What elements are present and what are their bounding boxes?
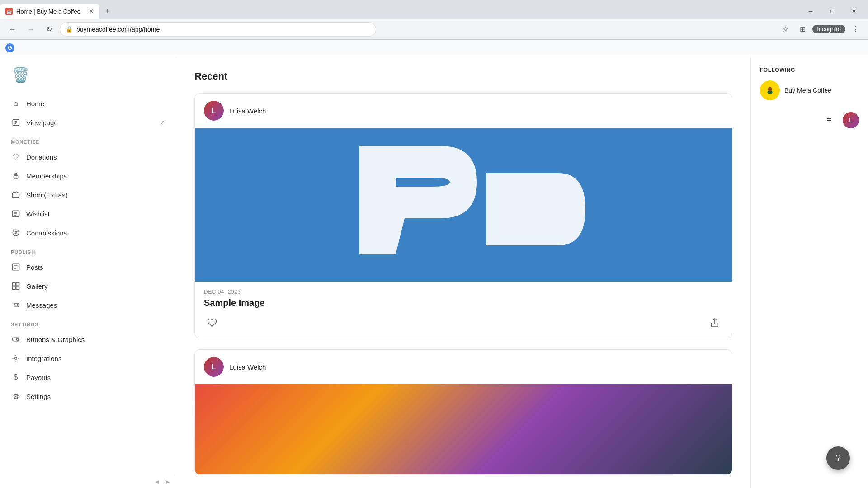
sidebar-item-shop[interactable]: Shop (Extras) [0, 185, 176, 204]
monetize-section-label: MONETIZE [0, 132, 176, 147]
sidebar-logo: 🗑️ [0, 56, 176, 94]
window-controls: ─ □ ✕ [800, 4, 868, 19]
post-date-1: DEC 04, 2023 [204, 289, 723, 295]
post-card-2: L Luisa Welch [194, 349, 732, 475]
commissions-icon [11, 228, 21, 238]
section-title: Recent [194, 70, 732, 82]
close-tab-button[interactable]: ✕ [89, 8, 94, 15]
sidebar-scroll-arrows: ◀ ▶ [0, 475, 176, 488]
svg-rect-8 [16, 283, 19, 286]
sidebar-item-posts[interactable]: Posts [0, 258, 176, 277]
minimize-button[interactable]: ─ [800, 4, 821, 19]
incognito-badge: Incognito [812, 25, 845, 33]
like-button-1[interactable] [204, 314, 220, 331]
shop-icon [11, 190, 21, 200]
bookmark-button[interactable]: ☆ [778, 22, 793, 37]
sidebar-item-payouts[interactable]: $ Payouts [0, 368, 176, 387]
post-image-1 [195, 128, 732, 282]
svg-rect-1 [14, 175, 18, 178]
address-text: buymeacoffee.com/app/home [76, 26, 370, 33]
forward-button[interactable]: → [24, 22, 38, 37]
home-icon: ⌂ [11, 99, 21, 108]
new-tab-button[interactable]: + [101, 5, 114, 18]
help-icon: ? [835, 452, 841, 464]
browser-tab[interactable]: ☕ Home | Buy Me a Coffee ✕ [0, 4, 99, 19]
following-avatar-1 [760, 80, 780, 100]
gallery-icon [11, 281, 21, 291]
app-header: ≡ L [821, 112, 859, 128]
sidebar-item-integrations[interactable]: Integrations [0, 349, 176, 368]
author-avatar-img-2: L [204, 357, 224, 377]
refresh-button[interactable]: ↻ [42, 22, 56, 37]
post-author-2: L Luisa Welch [195, 350, 732, 384]
google-logo: G [5, 43, 14, 52]
donations-icon: ♡ [11, 152, 21, 162]
following-title: FOLLOWING [760, 67, 859, 73]
svg-point-12 [17, 338, 19, 341]
integrations-icon [11, 353, 21, 363]
author-name-2: Luisa Welch [229, 363, 266, 371]
author-name-1: Luisa Welch [229, 107, 266, 115]
sidebar-item-view-page[interactable]: View page ↗ [0, 113, 176, 132]
back-button[interactable]: ← [5, 22, 20, 37]
svg-rect-3 [13, 193, 19, 198]
coffee-cup-icon: 🗑️ [12, 66, 30, 84]
author-avatar-1: L [204, 101, 224, 121]
svg-rect-9 [13, 286, 16, 290]
wishlist-icon [11, 209, 21, 219]
logo-icon: 🗑️ [11, 65, 31, 85]
buttons-graphics-icon [11, 334, 21, 344]
svg-point-13 [15, 357, 17, 360]
lock-icon: 🔒 [66, 26, 73, 33]
sidebar-item-messages[interactable]: ✉ Messages [0, 296, 176, 314]
svg-rect-7 [13, 283, 16, 286]
sidebar-nav: ⌂ Home View page ↗ MONETIZE ♡ Donations [0, 94, 176, 475]
sidebar-item-settings[interactable]: ⚙ Settings [0, 387, 176, 406]
author-avatar-2: L [204, 357, 224, 377]
sidebar: 🗑️ ⌂ Home View page ↗ MONETIZE [0, 56, 176, 488]
maximize-button[interactable]: □ [822, 4, 843, 19]
main-content: Recent L Luisa Welch [176, 56, 750, 488]
author-avatar-img-1: L [204, 101, 224, 121]
post-actions-1 [195, 308, 732, 338]
messages-icon: ✉ [11, 300, 21, 310]
sidebar-item-memberships[interactable]: Memberships [0, 166, 176, 185]
post-colorful-bg [195, 384, 732, 474]
tab-favicon: ☕ [5, 8, 13, 15]
sidebar-item-donations[interactable]: ♡ Donations [0, 147, 176, 166]
view-page-icon [11, 117, 21, 127]
settings-section-label: SETTINGS [0, 314, 176, 330]
following-item-1[interactable]: Buy Me a Coffee [760, 80, 859, 100]
sidebar-item-wishlist[interactable]: Wishlist [0, 204, 176, 223]
post-image-2 [195, 384, 732, 474]
tab-title: Home | Buy Me a Coffee [16, 8, 85, 15]
share-button-1[interactable] [707, 314, 723, 331]
post-card-1: L Luisa Welch DEC 04, 2023 [194, 93, 732, 338]
close-window-button[interactable]: ✕ [844, 4, 864, 19]
posts-icon [11, 262, 21, 272]
memberships-icon [11, 171, 21, 181]
sidebar-item-commissions[interactable]: Commissions [0, 223, 176, 242]
help-button[interactable]: ? [826, 446, 850, 470]
svg-rect-10 [16, 286, 19, 290]
sidebar-item-gallery[interactable]: Gallery [0, 277, 176, 296]
menu-button[interactable]: ⋮ [848, 22, 863, 37]
settings-icon: ⚙ [11, 391, 21, 401]
sidebar-item-buttons-graphics[interactable]: Buttons & Graphics [0, 330, 176, 349]
sidebar-item-home[interactable]: ⌂ Home [0, 94, 176, 113]
scroll-left-arrow[interactable]: ◀ [152, 477, 161, 486]
publish-section-label: PUBLISH [0, 242, 176, 258]
scroll-right-arrow[interactable]: ▶ [163, 477, 172, 486]
post-author-1: L Luisa Welch [195, 94, 732, 128]
hamburger-button[interactable]: ≡ [821, 112, 837, 128]
external-link-icon: ↗ [160, 119, 165, 126]
address-bar[interactable]: 🔒 buymeacoffee.com/app/home [60, 22, 376, 37]
following-name-1: Buy Me a Coffee [784, 87, 831, 94]
user-avatar-header[interactable]: L [843, 112, 859, 128]
payouts-icon: $ [11, 372, 21, 382]
post-title-1: Sample Image [204, 298, 723, 308]
tab-grid-button[interactable]: ⊞ [795, 22, 810, 37]
post-meta-1: DEC 04, 2023 Sample Image [195, 282, 732, 308]
